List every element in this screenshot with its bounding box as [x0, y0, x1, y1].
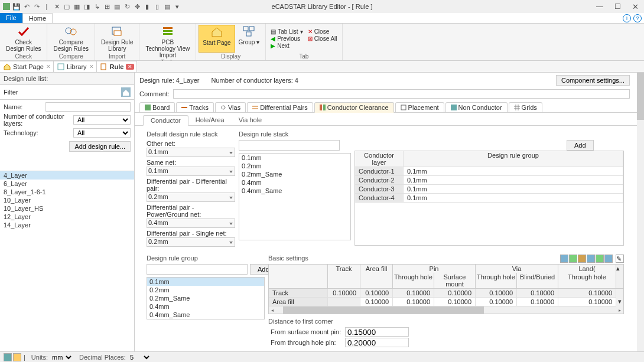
tool8-icon[interactable]: ↻: [123, 2, 131, 11]
list-item[interactable]: 0.2mm_Same: [239, 170, 350, 178]
stack-add-input[interactable]: [239, 140, 340, 151]
close-button[interactable]: ✕: [626, 0, 644, 13]
units-select[interactable]: mm: [50, 353, 73, 361]
subtab-conductor[interactable]: Conductor: [143, 115, 188, 126]
sm-pin-input[interactable]: [345, 327, 409, 337]
tb-edit[interactable]: ✎: [616, 255, 624, 263]
tab-tracks[interactable]: Tracks: [176, 102, 214, 112]
scroll-up-icon[interactable]: ▴: [616, 265, 623, 273]
tool11-icon[interactable]: ▯: [153, 2, 161, 11]
tb-btn-3[interactable]: [578, 255, 586, 263]
tool7-icon[interactable]: ▤: [113, 2, 121, 11]
list-item[interactable]: 0.4mm_Same: [239, 187, 350, 195]
file-menu[interactable]: File: [0, 13, 22, 23]
tb-btn-1[interactable]: [560, 255, 568, 263]
list-item[interactable]: 0.4mm_Same: [147, 311, 264, 319]
stack-add-button[interactable]: Add: [567, 140, 594, 151]
tool9-icon[interactable]: ✥: [133, 2, 141, 11]
close-icon[interactable]: ✕: [126, 64, 134, 70]
cell[interactable]: 0.10000: [476, 289, 517, 298]
list-item[interactable]: 10_Layer: [0, 196, 134, 204]
list-item[interactable]: 0.2mm: [147, 286, 264, 294]
list-item[interactable]: 10_Layer_HS: [0, 204, 134, 213]
tab-board[interactable]: Board: [139, 102, 175, 112]
pcb-tech-button[interactable]: PCB Technology View Import: [142, 25, 193, 58]
home-tab[interactable]: Home: [22, 13, 53, 23]
tool10-icon[interactable]: ▮: [143, 2, 151, 11]
list-item[interactable]: 0.4mm: [147, 302, 264, 311]
cell[interactable]: 0.10000: [360, 298, 393, 306]
subtab-holearea[interactable]: Hole/Area: [188, 115, 232, 125]
sb-icon-2[interactable]: [13, 353, 21, 361]
tb-btn-4[interactable]: [587, 255, 595, 263]
subtab-viahole[interactable]: Via hole: [232, 115, 269, 125]
undo-icon[interactable]: ↶: [22, 2, 31, 11]
cell[interactable]: 0.1mm: [404, 176, 623, 185]
check-design-rules-button[interactable]: Check Design Rules: [2, 25, 44, 53]
tool6-icon[interactable]: ⊞: [103, 2, 111, 11]
cell[interactable]: 0.10000: [476, 298, 517, 306]
tab-placement[interactable]: Placement: [395, 102, 444, 112]
start-page-button[interactable]: Start Page: [199, 25, 235, 53]
cell[interactable]: 0.1mm: [404, 194, 623, 203]
save-icon[interactable]: 💾: [12, 2, 21, 11]
tool2-icon[interactable]: ▢: [63, 2, 71, 11]
cell[interactable]: 0.1mm: [404, 167, 623, 176]
close-icon[interactable]: ✕: [46, 64, 51, 70]
th-pin-input[interactable]: [345, 338, 409, 347]
drg-add-input[interactable]: [147, 264, 248, 275]
same-net-select[interactable]: 0.1mm: [147, 167, 235, 176]
tb-btn-5[interactable]: [596, 255, 604, 263]
tab-nonconductor[interactable]: Non Conductor: [445, 102, 508, 112]
tool1-icon[interactable]: ✕: [53, 2, 61, 11]
list-item[interactable]: 0.1mm: [147, 278, 264, 286]
cell[interactable]: 0.10000: [434, 298, 476, 306]
vertical-scrollbar[interactable]: [637, 73, 644, 351]
tool3-icon[interactable]: ▦: [73, 2, 81, 11]
cell[interactable]: 0.10000: [517, 289, 558, 298]
group-button[interactable]: Group ▾: [235, 25, 264, 53]
other-net-select[interactable]: 0.1mm: [147, 148, 235, 157]
tool4-icon[interactable]: ◨: [83, 2, 91, 11]
name-input[interactable]: [45, 102, 131, 112]
list-item[interactable]: 0.4mm: [239, 178, 350, 187]
close-icon[interactable]: ✕: [89, 64, 94, 70]
qa-dropdown-icon[interactable]: ▾: [173, 2, 181, 11]
cell[interactable]: 0.10000: [393, 298, 434, 306]
drg-list[interactable]: 0.1mm 0.2mm 0.2mm_Same 0.4mm 0.4mm_Same: [147, 277, 265, 319]
cell[interactable]: 0.1mm: [404, 185, 623, 194]
list-item[interactable]: 8_Layer_1-6-1: [0, 188, 134, 196]
list-item[interactable]: 6_Layer: [0, 180, 134, 188]
dr-library-button[interactable]: Design Rule Library: [97, 25, 136, 53]
close-all-button[interactable]: ⊠Close All: [308, 35, 337, 42]
dp-select[interactable]: 5: [128, 353, 151, 361]
help-icon[interactable]: i: [623, 14, 631, 22]
layers-select[interactable]: All: [73, 115, 131, 125]
stack-list[interactable]: 0.1mm 0.2mm 0.2mm_Same 0.4mm 0.4mm_Same: [239, 153, 351, 240]
home-button[interactable]: [121, 87, 131, 97]
doc-tab-library[interactable]: Library ✕: [54, 61, 97, 72]
dp-sn-select[interactable]: 0.2mm: [147, 237, 235, 247]
dp-dp-select[interactable]: 0.2mm: [147, 193, 235, 202]
compare-design-rules-button[interactable]: Compare Design Rules: [50, 25, 92, 53]
cell[interactable]: 0.10000: [393, 289, 434, 298]
cell[interactable]: 0.10000: [517, 298, 558, 306]
list-item[interactable]: 14_Layer: [0, 221, 134, 229]
cell[interactable]: 0.10000: [558, 289, 616, 298]
tech-select[interactable]: All: [73, 128, 131, 138]
previous-button[interactable]: ◀Previous: [271, 35, 303, 42]
tb-btn-2[interactable]: [569, 255, 577, 263]
sb-icon-1[interactable]: [4, 353, 12, 361]
cell[interactable]: 0.10000: [328, 289, 360, 298]
list-item[interactable]: 4_Layer: [0, 171, 134, 180]
doc-tab-start[interactable]: Start Page ✕: [0, 61, 54, 72]
cell[interactable]: 0.10000: [434, 289, 476, 298]
maximize-button[interactable]: ☐: [609, 0, 626, 13]
component-settings-button[interactable]: Component settings...: [556, 75, 630, 86]
comment-input[interactable]: [173, 89, 630, 99]
tab-grids[interactable]: Grids: [509, 102, 542, 112]
next-button[interactable]: ▶Next: [271, 43, 303, 49]
list-item[interactable]: 0.1mm: [239, 154, 350, 162]
list-item[interactable]: 0.2mm: [239, 162, 350, 170]
tab-list-button[interactable]: ▤Tab List ▾: [271, 28, 303, 35]
